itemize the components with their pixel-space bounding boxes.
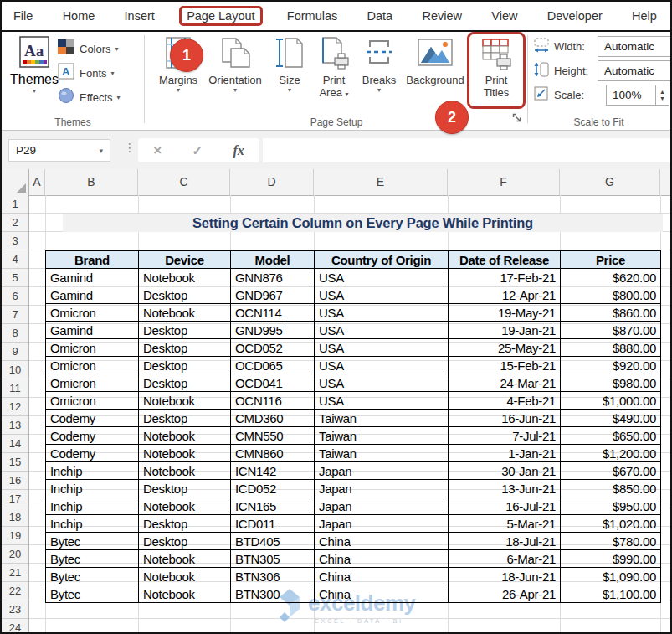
fonts-button[interactable]: A Fonts ▾ [57, 63, 115, 83]
cell[interactable]: $650.00 [561, 427, 661, 445]
row-header-2[interactable]: 2 [2, 214, 28, 232]
tab-help[interactable]: Help [630, 7, 659, 25]
cell[interactable]: 24-Mar-21 [449, 374, 561, 392]
column-header-B[interactable]: B [45, 169, 138, 195]
table-col-header[interactable]: Date of Release [449, 251, 561, 269]
row-header-5[interactable]: 5 [2, 269, 28, 287]
cell[interactable]: $780.00 [561, 533, 661, 550]
cell[interactable]: 19-Jan-21 [449, 322, 561, 339]
cell[interactable]: Japan [315, 480, 449, 497]
cell[interactable]: 25-May-21 [449, 339, 561, 357]
cell[interactable]: $670.00 [561, 462, 661, 480]
cell[interactable]: 5-Mar-21 [449, 515, 561, 533]
insert-function-icon[interactable]: fx [233, 143, 244, 158]
cell[interactable]: USA [315, 392, 449, 410]
row-header-17[interactable]: 17 [2, 490, 28, 508]
cell[interactable]: OCD041 [231, 374, 315, 392]
cell[interactable]: Inchip [46, 497, 139, 515]
cell[interactable]: $800.00 [561, 286, 661, 304]
cell[interactable]: Desktop [139, 480, 231, 497]
row-header-19[interactable]: 19 [2, 527, 28, 545]
cell[interactable]: Notebook [139, 550, 231, 568]
size-button[interactable]: Size ▾ [271, 35, 308, 94]
table-col-header[interactable]: Price [561, 251, 661, 269]
cell[interactable]: Notebook [139, 497, 231, 515]
cell[interactable]: ICN165 [231, 497, 315, 515]
column-header-C[interactable]: C [138, 169, 230, 195]
cell[interactable]: Desktop [139, 339, 231, 357]
cell[interactable]: $1,200.00 [561, 445, 661, 462]
select-all-corner[interactable] [2, 169, 29, 195]
cell[interactable]: Desktop [139, 515, 231, 533]
background-button[interactable]: Background [400, 35, 470, 86]
cell[interactable]: BTN305 [231, 550, 315, 568]
cell[interactable]: 16-Jun-21 [449, 410, 561, 427]
cell[interactable]: $1,100.00 [561, 585, 661, 603]
cell[interactable]: 13-Jun-21 [449, 480, 561, 497]
cell[interactable]: Inchip [46, 515, 139, 533]
cell[interactable]: Taiwan [315, 410, 449, 427]
cell[interactable]: $920.00 [561, 357, 661, 374]
cell[interactable]: CMD360 [231, 410, 315, 427]
column-header-F[interactable]: F [448, 169, 560, 195]
cell[interactable]: Notebook [139, 445, 231, 462]
themes-button[interactable]: Aa Themes ▾ [10, 35, 59, 95]
cell[interactable]: 18-Jun-21 [449, 568, 561, 585]
cell[interactable]: $850.00 [561, 480, 661, 497]
row-header-24[interactable]: 24 [2, 619, 28, 632]
cell[interactable]: OCD052 [231, 339, 315, 357]
chevron-down-icon[interactable]: ▾ [99, 147, 103, 155]
cell[interactable]: Gamind [46, 269, 139, 286]
cell[interactable]: Notebook [139, 462, 231, 480]
print-area-button[interactable]: Print Area ▾ [311, 35, 357, 99]
cell[interactable]: Bytec [46, 533, 139, 550]
cell[interactable]: $990.00 [561, 550, 661, 568]
width-select[interactable]: Automatic [598, 36, 672, 57]
row-header-12[interactable]: 12 [2, 398, 28, 416]
cell[interactable]: USA [315, 286, 449, 304]
cell[interactable]: $1,020.00 [561, 515, 661, 533]
cell[interactable]: 30-Jan-21 [449, 462, 561, 480]
cell[interactable]: $490.00 [561, 410, 661, 427]
cell[interactable]: OCN116 [231, 392, 315, 410]
height-select[interactable]: Automatic [598, 60, 672, 81]
more-options-icon[interactable]: ⋮ [124, 141, 136, 154]
cell[interactable]: 16-Jul-21 [449, 497, 561, 515]
cell[interactable]: 6-Mar-21 [449, 550, 561, 568]
cell[interactable]: Notebook [139, 269, 231, 286]
cell[interactable]: GNN876 [231, 269, 315, 286]
row-header-23[interactable]: 23 [2, 600, 28, 619]
cell[interactable]: USA [315, 269, 449, 286]
column-header-G[interactable]: G [560, 169, 660, 195]
cell[interactable]: Desktop [139, 322, 231, 339]
row-header-15[interactable]: 15 [2, 453, 28, 472]
cell[interactable]: $870.00 [561, 322, 661, 339]
table-col-header[interactable]: Brand [46, 251, 139, 269]
row-header-9[interactable]: 9 [2, 343, 28, 361]
row-header-10[interactable]: 10 [2, 361, 28, 379]
cell[interactable]: $950.00 [561, 497, 661, 515]
row-header-3[interactable]: 3 [2, 232, 28, 250]
cell[interactable]: $880.00 [561, 339, 661, 357]
cell[interactable]: USA [315, 357, 449, 374]
cell[interactable]: Notebook [139, 304, 231, 322]
row-header-6[interactable]: 6 [2, 287, 28, 306]
cell[interactable]: BTN306 [231, 568, 315, 585]
cell-grid[interactable]: exceldemy EXCEL · DATA · BI Setting Cert… [29, 195, 670, 632]
print-titles-button[interactable]: Print Titles [470, 35, 522, 99]
scale-input[interactable]: 100% [606, 85, 656, 106]
cell[interactable]: GND995 [231, 322, 315, 339]
cell[interactable]: China [315, 533, 449, 550]
tab-review[interactable]: Review [420, 7, 464, 25]
cell[interactable]: Bytec [46, 568, 139, 585]
cell[interactable]: Gamind [46, 286, 139, 304]
orientation-button[interactable]: Orientation ▾ [203, 35, 268, 94]
tab-home[interactable]: Home [61, 7, 97, 25]
cell[interactable]: 18-Jul-21 [449, 533, 561, 550]
colors-button[interactable]: Colors ▾ [57, 39, 119, 59]
scale-spinner[interactable]: ▲▼ [656, 85, 669, 106]
cell[interactable]: 19-May-21 [449, 304, 561, 322]
cell[interactable]: USA [315, 322, 449, 339]
cell[interactable]: Codemy [46, 445, 139, 462]
cell[interactable]: Notebook [139, 392, 231, 410]
